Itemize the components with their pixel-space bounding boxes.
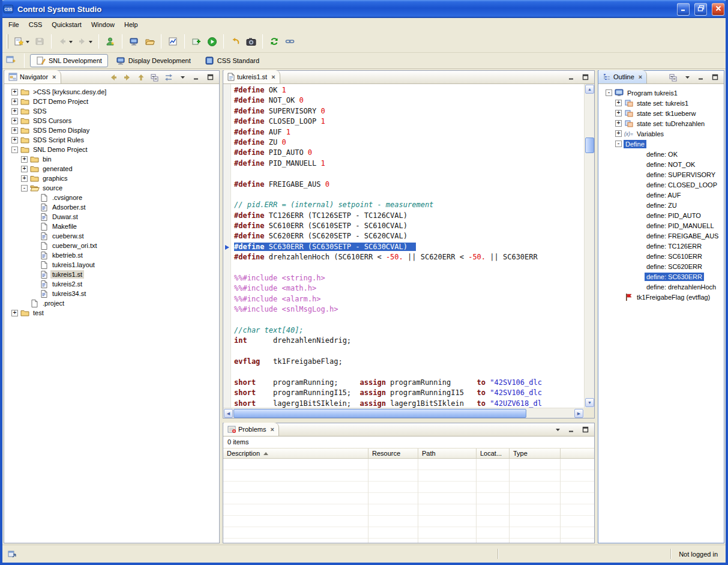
code-line[interactable]: short programRunning; assign programRunn… [234,378,584,388]
expand-icon[interactable]: + [21,175,28,182]
collapse-icon[interactable]: - [606,89,612,96]
code-line[interactable]: short programRunningI15; assign programR… [234,388,584,398]
maximize-button[interactable] [580,425,590,435]
vertical-scroll-thumb[interactable] [585,137,594,153]
camera-button[interactable] [243,34,259,49]
dropdown-arrow-icon[interactable] [69,41,73,45]
forward-button[interactable] [75,34,95,49]
refresh-button[interactable] [266,34,282,49]
expand-icon[interactable]: + [11,127,18,134]
outline-tree-item[interactable]: define: PID_AUTO [598,210,724,220]
forward-nav-button[interactable] [122,73,132,82]
code-line[interactable] [234,315,584,325]
chart-button[interactable] [165,34,181,49]
navigator-tree-item[interactable]: kbetrieb.st [4,250,219,260]
code-line[interactable]: %%#include <alarm.h> [234,294,584,304]
open-folder-button[interactable] [142,34,157,49]
outline-tree-item[interactable]: define: SC610ERR [598,251,724,261]
code-line[interactable]: #define FREIGABE_AUS 0 [234,180,584,190]
column-header-path[interactable]: Path [418,449,477,458]
close-tab-icon[interactable]: × [52,73,56,80]
collapse-icon[interactable]: - [21,185,28,192]
outline-tree-item[interactable]: define: drehzahlenHoch [598,282,724,292]
display-button[interactable] [126,34,142,49]
column-header-resource[interactable]: Resource [369,449,418,458]
outline-tree-item[interactable]: define: SC620ERR [598,261,724,271]
editor-tab[interactable]: tukreis1.st × [223,70,280,83]
code-line[interactable] [234,367,584,378]
code-line[interactable]: // pid.ERR = (internal) setpoint - measu… [234,200,584,210]
view-menu-button[interactable] [178,73,187,82]
column-header-description[interactable]: Description [223,449,369,458]
outline-tree-item[interactable]: define: SC630ERR [598,271,724,282]
restore-window-button[interactable] [694,3,707,16]
perspective-css-standard[interactable]: CSS Standard [199,54,265,67]
view-menu-button[interactable] [553,425,562,435]
code-line[interactable]: #define NOT_OK 0 [234,95,584,106]
editor-vertical-scrollbar[interactable]: ▲ ▼ [584,84,594,408]
collapse-all-button[interactable] [150,73,160,82]
code-line[interactable]: #define SC630ERR (SC630SETP - SC630CVAL) [234,242,584,252]
maximize-button[interactable] [710,73,720,82]
close-window-button[interactable] [712,3,724,16]
navigator-tree-item[interactable]: +SDS [4,106,219,116]
outline-tree-item[interactable]: define: PID_MANUELL [598,220,724,231]
column-header-type[interactable]: Type [510,449,561,458]
expand-icon[interactable]: + [615,100,622,106]
menu-window[interactable]: Window [86,19,119,30]
expand-icon[interactable]: + [21,166,28,172]
outline-tree-item[interactable]: define: SUPERVISORY [598,169,724,180]
up-nav-button[interactable] [136,73,146,82]
scroll-down-button[interactable]: ▼ [585,398,594,407]
navigator-tree-item[interactable]: .project [4,298,219,308]
title-bar[interactable]: CSS Control System Studio [0,0,728,18]
save-button[interactable] [32,34,47,49]
navigator-tree-item[interactable]: +SDS Cursors [4,116,219,125]
navigator-tree-item[interactable]: .cvsignore [4,193,219,202]
minimize-window-button[interactable] [677,3,690,16]
expand-icon[interactable]: + [11,310,18,316]
navigator-tree-item[interactable]: -source [4,183,219,193]
fast-view-button[interactable] [8,550,16,558]
expand-icon[interactable]: + [615,120,622,127]
navigator-tree-item[interactable]: +test [4,308,219,318]
code-line[interactable]: evflag tk1FreigabeFlag; [234,357,584,367]
expand-icon[interactable]: + [21,156,28,163]
outline-tree-item[interactable]: +(x)=Variables [598,128,724,139]
navigator-tree-item[interactable]: Adsorber.st [4,202,219,212]
code-line[interactable]: #define OK 1 [234,85,584,95]
collapse-icon[interactable]: - [11,147,18,153]
maximize-button[interactable] [205,73,215,82]
expand-icon[interactable]: + [11,118,18,124]
outline-tree-item[interactable]: +state set: tk1ueberw [598,108,724,118]
expand-icon[interactable]: + [11,98,18,105]
navigator-tree-item[interactable]: tukreis2.st [4,279,219,289]
collapse-all-button[interactable] [669,73,678,82]
editor-horizontal-scrollbar[interactable]: ◀ ▶ [223,408,584,418]
outline-tree-item[interactable]: define: FREIGABE_AUS [598,231,724,241]
outline-tree-item[interactable]: +state set: tukreis1 [598,98,724,108]
navigator-tree-item[interactable]: tukreis1.layout [4,260,219,270]
navigator-tab[interactable]: Navigator × [4,70,61,83]
code-line[interactable]: #define TC126ERR (TC126SETP - TC126CVAL) [234,211,584,221]
minimize-button[interactable] [567,425,576,435]
link-button[interactable] [282,34,298,49]
menu-file[interactable]: File [4,19,24,30]
code-line[interactable] [234,190,584,200]
column-header-locat[interactable]: Locat... [477,449,510,458]
code-line[interactable] [234,169,584,179]
navigator-tree-item[interactable]: +generated [4,164,219,174]
expand-icon[interactable]: + [615,110,622,116]
expand-icon[interactable]: + [11,137,18,144]
code-line[interactable]: %%#include <math.h> [234,283,584,294]
open-perspective-button[interactable] [3,54,19,67]
new-wizard-button[interactable] [11,34,32,49]
close-tab-icon[interactable]: × [270,426,274,433]
login-button[interactable] [103,34,118,49]
code-line[interactable]: #define SUPERVISORY 0 [234,106,584,116]
code-line[interactable]: #define SC610ERR (SC610SETP - SC610CVAL) [234,221,584,231]
collapse-icon[interactable]: - [615,140,622,147]
code-line[interactable]: #define PID_MANUELL 1 [234,159,584,169]
code-line[interactable] [234,346,584,357]
perspective-display-development[interactable]: Display Development [110,54,197,67]
